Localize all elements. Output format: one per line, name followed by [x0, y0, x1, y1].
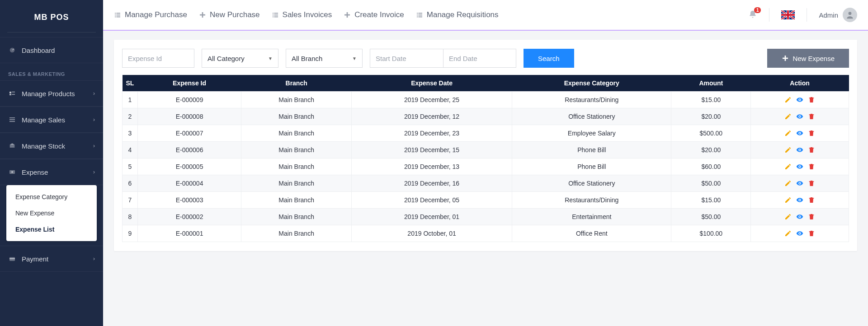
view-icon[interactable] [796, 213, 803, 220]
sidebar-item-manage-stock[interactable]: Manage Stock › [0, 133, 103, 159]
submenu-expense-category[interactable]: Expense Category [6, 189, 97, 205]
cell-expense-id: E-000007 [137, 125, 241, 142]
delete-icon[interactable] [808, 146, 815, 154]
svg-rect-38 [781, 14, 795, 16]
submenu-new-expense[interactable]: New Expense [6, 205, 97, 221]
sidebar-item-label: Dashboard [22, 47, 95, 54]
cell-category: Office Stationery [512, 108, 671, 125]
end-date-input[interactable] [443, 49, 516, 68]
sidebar-item-expense[interactable]: Expense › [0, 159, 103, 185]
cell-branch: Main Branch [241, 125, 352, 142]
table-row: 7E-000003Main Branch2019 December, 05Res… [123, 192, 849, 209]
notifications-button[interactable]: 1 [748, 10, 757, 20]
cell-branch: Main Branch [241, 209, 352, 225]
sidebar-item-payment[interactable]: Payment › [0, 246, 103, 272]
cell-sl: 6 [123, 175, 138, 192]
svg-rect-33 [418, 16, 422, 17]
svg-rect-10 [9, 257, 15, 261]
list-icon [272, 11, 279, 19]
edit-icon[interactable] [784, 96, 792, 103]
edit-icon[interactable] [784, 163, 792, 170]
cell-category: Entertainment [512, 209, 671, 225]
search-button[interactable]: Search [524, 49, 574, 68]
delete-icon[interactable] [808, 96, 815, 103]
sidebar-item-manage-products[interactable]: Manage Products › [0, 80, 103, 107]
th-expense-date: Expense Date [352, 75, 512, 92]
edit-icon[interactable] [784, 213, 792, 220]
view-icon[interactable] [796, 130, 803, 137]
category-select[interactable]: All Category ▼ [202, 49, 278, 68]
delete-icon[interactable] [808, 130, 815, 137]
payment-icon [8, 255, 16, 263]
cell-branch: Main Branch [241, 92, 352, 108]
svg-rect-7 [9, 121, 15, 121]
start-date-input[interactable] [370, 49, 443, 68]
svg-rect-28 [417, 13, 418, 14]
delete-icon[interactable] [808, 196, 815, 204]
view-icon[interactable] [796, 146, 803, 154]
cell-date: 2019 December, 15 [352, 142, 512, 158]
cell-actions [751, 209, 849, 225]
edit-icon[interactable] [784, 130, 792, 137]
cell-amount: $50.00 [671, 175, 751, 192]
expense-submenu: Expense Category New Expense Expense Lis… [6, 185, 97, 241]
svg-point-39 [849, 12, 852, 15]
edit-icon[interactable] [784, 146, 792, 154]
th-expense-id: Expense Id [137, 75, 241, 92]
view-icon[interactable] [796, 96, 803, 103]
table-row: 5E-000005Main Branch2019 December, 13Pho… [123, 158, 849, 175]
delete-icon[interactable] [808, 113, 815, 120]
svg-rect-5 [9, 117, 15, 118]
cell-branch: Main Branch [241, 158, 352, 175]
user-name: Admin [819, 11, 838, 19]
delete-icon[interactable] [808, 180, 815, 187]
caret-down-icon: ▼ [352, 56, 357, 61]
branch-select[interactable]: All Branch ▼ [286, 49, 363, 68]
topnav-manage-requisitions[interactable]: Manage Requisitions [416, 10, 499, 19]
notification-badge: 1 [754, 7, 761, 13]
submenu-expense-list[interactable]: Expense List [6, 221, 97, 238]
topnav-new-purchase[interactable]: New Purchase [199, 10, 260, 19]
sales-icon [8, 116, 16, 124]
edit-icon[interactable] [784, 230, 792, 237]
language-flag-uk[interactable] [781, 10, 795, 19]
view-icon[interactable] [796, 113, 803, 120]
cell-date: 2019 October, 01 [352, 225, 512, 242]
svg-rect-20 [273, 13, 274, 14]
sidebar-item-label: Manage Stock [22, 142, 93, 150]
delete-icon[interactable] [808, 163, 815, 170]
delete-icon[interactable] [808, 230, 815, 237]
topnav-sales-invoices[interactable]: Sales Invoices [272, 10, 332, 19]
cell-expense-id: E-000005 [137, 158, 241, 175]
list-icon [114, 11, 121, 19]
cell-category: Phone Bill [512, 158, 671, 175]
cell-amount: $15.00 [671, 192, 751, 209]
edit-icon[interactable] [784, 196, 792, 204]
view-icon[interactable] [796, 230, 803, 237]
user-menu[interactable]: Admin [819, 8, 857, 22]
sidebar-item-label: Payment [22, 255, 93, 263]
edit-icon[interactable] [784, 113, 792, 120]
sidebar-item-dashboard[interactable]: Dashboard [0, 37, 103, 63]
expense-id-input[interactable] [122, 49, 194, 68]
svg-rect-15 [116, 14, 120, 15]
new-expense-button[interactable]: New Expense [767, 49, 849, 68]
chevron-right-icon: › [93, 143, 95, 149]
view-icon[interactable] [796, 196, 803, 204]
delete-icon[interactable] [808, 213, 815, 220]
cell-expense-id: E-000004 [137, 175, 241, 192]
topnav-manage-purchase[interactable]: Manage Purchase [114, 10, 187, 19]
svg-rect-3 [12, 92, 15, 92]
svg-rect-41 [783, 58, 788, 59]
view-icon[interactable] [796, 180, 803, 187]
table-row: 9E-000001Main Branch2019 October, 01Offi… [123, 225, 849, 242]
topnav-create-invoice[interactable]: Create Invoice [344, 10, 404, 19]
edit-icon[interactable] [784, 180, 792, 187]
view-icon[interactable] [796, 163, 803, 170]
cell-sl: 9 [123, 225, 138, 242]
svg-rect-17 [116, 16, 120, 17]
th-branch: Branch [241, 75, 352, 92]
topbar: Manage Purchase New Purchase Sales Invoi… [103, 0, 868, 31]
sidebar-item-manage-sales[interactable]: Manage Sales › [0, 107, 103, 133]
brand-logo[interactable]: MB POS [0, 3, 103, 32]
